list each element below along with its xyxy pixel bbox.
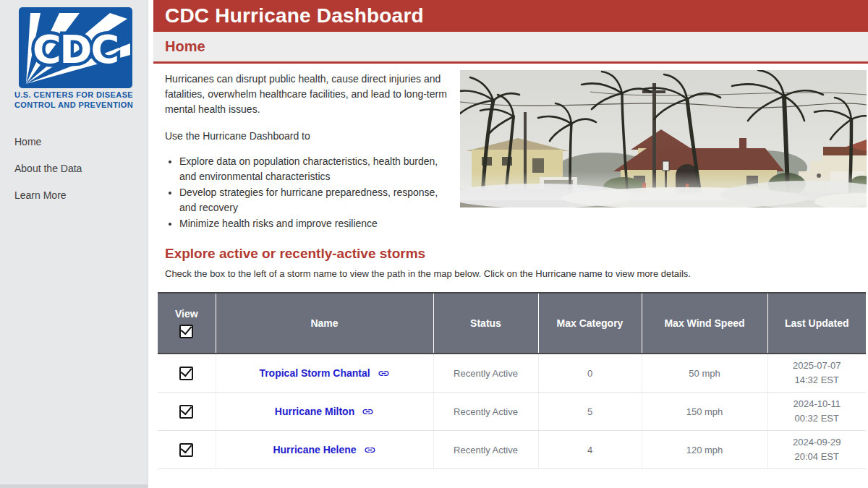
page: CDC U.S. CENTERS FOR DISEASE CONTROL AND… bbox=[0, 0, 868, 488]
column-header-max-wind-speed: Max Wind Speed bbox=[642, 293, 767, 354]
sidebar: CDC U.S. CENTERS FOR DISEASE CONTROL AND… bbox=[0, 0, 148, 488]
storm-link[interactable]: Hurricane Milton bbox=[275, 406, 374, 418]
max-wind-speed-cell: 150 mph bbox=[642, 393, 767, 431]
page-title: CDC Hurricane Dashboard bbox=[153, 0, 868, 32]
app-header: CDC Hurricane Dashboard bbox=[153, 0, 868, 32]
sidebar-item-about-the-data[interactable]: About the Data bbox=[14, 163, 137, 174]
bullet-item: Minimize health risks and improve resili… bbox=[179, 216, 448, 231]
column-header-last-updated: Last Updated bbox=[767, 293, 866, 354]
intro-section: Hurricanes can disrupt public health, ca… bbox=[165, 72, 453, 232]
max-wind-speed-cell: 50 mph bbox=[642, 354, 767, 393]
hurricane-photo bbox=[460, 70, 867, 207]
storm-name[interactable]: Hurricane Milton bbox=[275, 406, 354, 417]
breadcrumb-bar: Home bbox=[153, 32, 868, 64]
cdc-logo-icon: CDC bbox=[19, 7, 132, 88]
storm-link[interactable]: Hurricane Helene bbox=[273, 444, 375, 456]
max-category-cell: 5 bbox=[538, 393, 642, 431]
max-wind-speed-cell: 120 mph bbox=[642, 431, 767, 469]
select-all-checkbox[interactable] bbox=[179, 325, 193, 338]
storms-table: View Name Status Max Category Max Wind S… bbox=[158, 292, 866, 469]
name-cell: Tropical Storm Chantal bbox=[216, 354, 433, 393]
column-header-view: View bbox=[158, 293, 216, 354]
view-cell bbox=[158, 354, 216, 393]
org-line-1: U.S. CENTERS FOR DISEASE bbox=[9, 90, 139, 100]
intro-lead-in: Use the Hurricane Dashboard to bbox=[165, 129, 453, 144]
bullet-item: Develop strategies for hurricane prepare… bbox=[179, 185, 448, 215]
column-header-status: Status bbox=[433, 293, 538, 354]
cdc-logo-text: CDC bbox=[33, 27, 118, 72]
storms-heading: Explore active or recently-active storms bbox=[165, 246, 425, 262]
table-row: Hurricane Helene Recently Active 4 120 m… bbox=[158, 431, 866, 469]
intro-bullet-list: Explore data on population characteristi… bbox=[165, 154, 453, 231]
link-icon[interactable] bbox=[362, 406, 374, 418]
storm-name[interactable]: Tropical Storm Chantal bbox=[259, 367, 370, 379]
link-icon[interactable] bbox=[378, 367, 390, 380]
column-header-view-label: View bbox=[158, 308, 215, 320]
max-category-cell: 4 bbox=[538, 431, 642, 469]
max-category-cell: 0 bbox=[538, 354, 642, 393]
view-cell bbox=[158, 393, 216, 431]
org-line-2: CONTROL AND PREVENTION bbox=[9, 100, 139, 110]
sidebar-nav: Home About the Data Learn More bbox=[14, 136, 137, 216]
last-updated-date: 2024-10-11 bbox=[769, 397, 866, 411]
table-header-row: View Name Status Max Category Max Wind S… bbox=[158, 293, 866, 354]
breadcrumb: Home bbox=[153, 32, 868, 61]
last-updated-time: 20:04 EST bbox=[769, 450, 866, 464]
last-updated-date: 2025-07-07 bbox=[769, 359, 866, 373]
storm-checkbox[interactable] bbox=[179, 443, 193, 457]
table-row: Hurricane Milton Recently Active 5 150 m… bbox=[158, 393, 866, 431]
storms-instruction: Check the box to the left of a storm nam… bbox=[165, 268, 691, 279]
cdc-logo: CDC bbox=[19, 7, 132, 88]
status-cell: Recently Active bbox=[433, 431, 538, 469]
status-cell: Recently Active bbox=[433, 354, 538, 393]
column-header-name: Name bbox=[216, 293, 433, 354]
last-updated-date: 2024-09-29 bbox=[769, 435, 866, 450]
last-updated-time: 14:32 EST bbox=[769, 373, 866, 388]
intro-paragraph: Hurricanes can disrupt public health, ca… bbox=[165, 72, 453, 117]
table-row: Tropical Storm Chantal Recently Active 0… bbox=[158, 354, 866, 393]
sidebar-item-home[interactable]: Home bbox=[14, 136, 137, 147]
sidebar-item-learn-more[interactable]: Learn More bbox=[14, 189, 137, 201]
cdc-org-name: U.S. CENTERS FOR DISEASE CONTROL AND PRE… bbox=[9, 90, 139, 110]
last-updated-cell: 2024-09-29 20:04 EST bbox=[767, 431, 866, 469]
storm-name[interactable]: Hurricane Helene bbox=[273, 444, 356, 455]
storm-link[interactable]: Tropical Storm Chantal bbox=[259, 367, 389, 380]
view-cell bbox=[158, 431, 216, 469]
name-cell: Hurricane Milton bbox=[216, 393, 433, 431]
storm-checkbox[interactable] bbox=[179, 367, 193, 380]
last-updated-cell: 2024-10-11 00:32 EST bbox=[767, 393, 866, 431]
link-icon[interactable] bbox=[364, 444, 376, 456]
storm-checkbox[interactable] bbox=[179, 405, 193, 419]
last-updated-cell: 2025-07-07 14:32 EST bbox=[767, 354, 866, 393]
bullet-item: Explore data on population characteristi… bbox=[179, 154, 448, 184]
last-updated-time: 00:32 EST bbox=[769, 411, 866, 426]
status-cell: Recently Active bbox=[433, 393, 538, 431]
name-cell: Hurricane Helene bbox=[216, 431, 433, 469]
column-header-max-category: Max Category bbox=[538, 293, 642, 354]
